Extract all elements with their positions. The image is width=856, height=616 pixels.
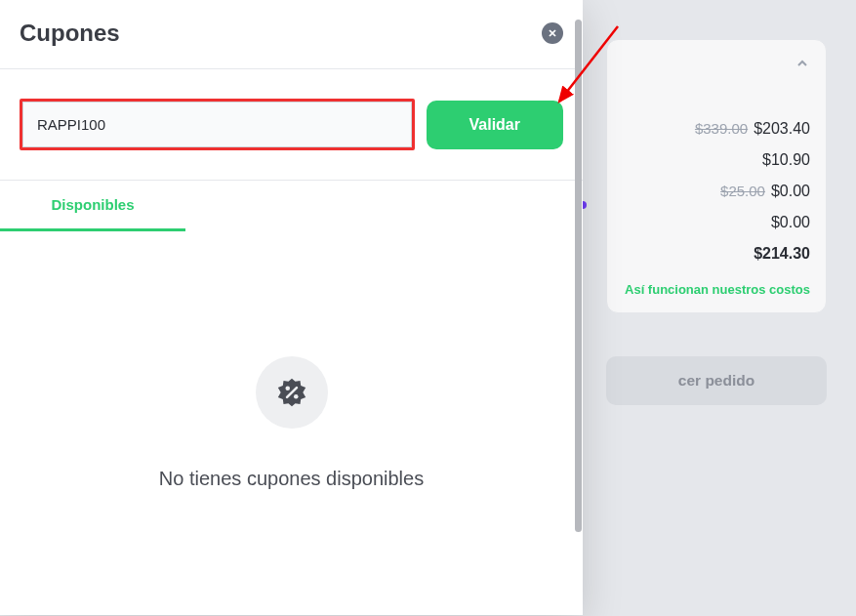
costs-explain-link[interactable]: Así funcionan nuestros costos [623,282,810,297]
price-current: $10.90 [762,151,810,169]
place-order-button[interactable]: cer pedido [606,356,827,405]
empty-state: No tienes cupones disponibles [0,231,583,615]
price-total: $214.30 [754,245,810,263]
modal-header: Cupones [0,0,583,69]
svg-point-3 [293,394,298,399]
close-icon [547,27,558,39]
price-current: $0.00 [771,214,810,231]
coupon-input[interactable] [22,102,412,147]
scrollbar-thumb[interactable] [575,20,582,532]
svg-point-2 [285,386,290,390]
chevron-up-icon [795,56,810,71]
price-current: $0.00 [771,183,810,200]
price-row-delivery: $25.00 $0.00 [623,183,810,200]
coupon-input-highlight [20,99,415,150]
empty-message: No tienes cupones disponibles [159,468,424,490]
tabs-row: Disponibles [0,180,583,231]
validate-button[interactable]: Validar [427,101,563,149]
price-row-subtotal: $339.00 $203.40 [623,120,810,138]
price-row-fee: $10.90 [623,151,810,169]
percent-coupon-icon [275,376,308,409]
price-old: $339.00 [695,120,748,137]
price-current: $203.40 [754,120,810,138]
tab-available[interactable]: Disponibles [0,181,185,231]
price-old: $25.00 [720,183,765,199]
collapse-row[interactable] [623,56,810,71]
modal-title: Cupones [20,20,120,47]
order-summary-panel: $339.00 $203.40 $10.90 $25.00 $0.00 $0.0… [606,39,827,313]
price-row-service: $0.00 [623,214,810,231]
price-row-total: $214.30 [623,245,810,263]
close-button[interactable] [542,22,563,44]
empty-icon-badge [256,356,328,429]
coupon-input-row: Validar [0,69,583,180]
coupons-modal: Cupones Validar Disponibles No tienes cu… [0,0,583,615]
scrollbar[interactable] [575,20,582,552]
